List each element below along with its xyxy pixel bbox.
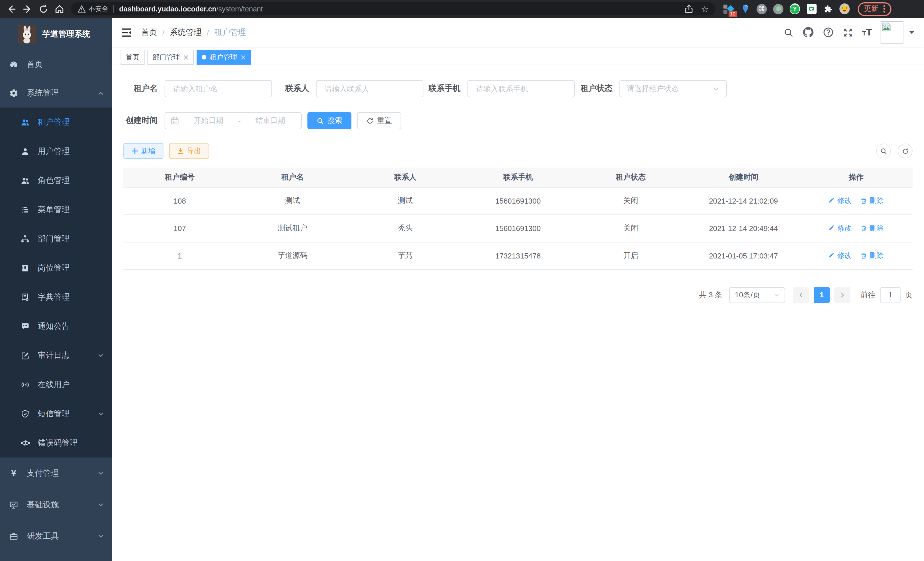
- back-icon[interactable]: [4, 2, 18, 16]
- breadcrumb: 首页 / 系统管理 / 租户管理: [141, 27, 246, 38]
- sidebar-item-error-code[interactable]: </> 错误码管理: [0, 428, 112, 457]
- sidebar-item-menu[interactable]: 菜单管理: [0, 195, 112, 224]
- avatar-caret-icon[interactable]: [909, 30, 915, 35]
- sidebar-item-label: 部门管理: [38, 234, 70, 244]
- audit-edit-icon: [21, 351, 30, 360]
- bookmark-star-icon[interactable]: ☆: [701, 5, 709, 13]
- tab-home[interactable]: 首页: [121, 50, 145, 65]
- page-size-select[interactable]: 10条/页: [729, 287, 785, 303]
- close-icon[interactable]: [183, 55, 189, 60]
- sidebar-item-post[interactable]: 岗位管理: [0, 253, 112, 283]
- breadcrumb-system[interactable]: 系统管理: [170, 27, 202, 38]
- delete-link[interactable]: 删除: [861, 251, 884, 260]
- browser-toolbar: 不安全 dashboard.yudao.iocoder.cn/system/te…: [0, 0, 924, 18]
- delete-link[interactable]: 删除: [861, 196, 884, 206]
- extension-tabs-icon[interactable]: 10: [723, 4, 734, 14]
- sidebar-item-label: 在线用户: [38, 379, 70, 390]
- extension-recorder-icon[interactable]: [773, 4, 783, 14]
- fullscreen-icon[interactable]: [843, 27, 853, 38]
- mobile-input[interactable]: [475, 84, 567, 93]
- sidebar-item-tenant[interactable]: 租户管理: [0, 108, 112, 137]
- sidebar-item-audit-log[interactable]: 审计日志: [0, 341, 112, 370]
- url-path[interactable]: /system/tenant: [216, 5, 263, 13]
- sidebar-item-home[interactable]: 首页: [0, 50, 112, 79]
- extension-chat-icon[interactable]: [806, 4, 817, 14]
- security-warning-label[interactable]: 不安全: [88, 5, 108, 13]
- browser-update-button[interactable]: 更新: [858, 2, 891, 16]
- sidebar-item-user[interactable]: 用户管理: [0, 137, 112, 166]
- delete-link[interactable]: 删除: [861, 223, 884, 233]
- app-logo-row[interactable]: 芋道管理系统: [0, 18, 112, 50]
- close-icon[interactable]: [241, 55, 246, 60]
- sidebar-item-label: 短信管理: [38, 409, 70, 419]
- col-mobile: 联系手机: [462, 168, 574, 187]
- date-range-picker[interactable]: 开始日期 - 结束日期: [165, 112, 302, 129]
- share-icon[interactable]: [684, 5, 693, 13]
- sidebar-item-label: 首页: [27, 59, 43, 70]
- contact-input[interactable]: [323, 84, 416, 93]
- prev-page-button[interactable]: [793, 287, 809, 303]
- address-bar[interactable]: 不安全 dashboard.yudao.iocoder.cn/system/te…: [71, 2, 716, 15]
- breadcrumb-home[interactable]: 首页: [141, 27, 157, 38]
- export-button[interactable]: 导出: [169, 143, 209, 159]
- chevron-down-icon: [713, 86, 719, 92]
- forward-icon[interactable]: [21, 2, 34, 16]
- status-select[interactable]: 请选择租户状态: [620, 80, 727, 97]
- sidebar-item-infra[interactable]: 基础设施: [0, 489, 112, 520]
- sidebar-item-system[interactable]: 系统管理: [0, 79, 112, 108]
- sidebar-item-online-users[interactable]: 在线用户: [0, 370, 112, 399]
- reload-icon[interactable]: [37, 2, 50, 16]
- table-header-row: 租户编号 租户名 联系人 联系手机 租户状态 创建时间 操作: [123, 168, 913, 187]
- goto-label: 前往: [861, 290, 875, 300]
- user-avatar[interactable]: [880, 21, 903, 44]
- created-time-label: 创建时间: [123, 116, 165, 126]
- tenant-name-input[interactable]: [172, 84, 265, 93]
- sidebar-groups: ¥ 支付管理 基础设施: [0, 457, 112, 552]
- notice-bubble-icon: [21, 322, 30, 331]
- add-button[interactable]: 新增: [123, 143, 164, 159]
- sidebar-item-payment[interactable]: ¥ 支付管理: [0, 457, 112, 489]
- gear-icon: [9, 89, 18, 98]
- sidebar-item-label: 岗位管理: [38, 263, 70, 273]
- sidebar: 芋道管理系统 首页 系统管理: [0, 18, 112, 561]
- sidebar-item-role[interactable]: 角色管理: [0, 166, 112, 195]
- extensions-puzzle-icon[interactable]: [823, 4, 833, 14]
- sidebar-item-notice[interactable]: 通知公告: [0, 312, 112, 341]
- extension-command-icon[interactable]: ⌘: [757, 4, 767, 14]
- profile-avatar-icon[interactable]: [839, 4, 850, 14]
- edit-link[interactable]: 修改: [829, 196, 852, 206]
- sidebar-item-label: 角色管理: [38, 175, 70, 186]
- sidebar-item-dept[interactable]: 部门管理: [0, 224, 112, 253]
- search-button[interactable]: 搜索: [308, 112, 351, 129]
- security-warning-icon[interactable]: [78, 5, 86, 13]
- page-number-button[interactable]: 1: [814, 287, 830, 303]
- tab-dept[interactable]: 部门管理: [147, 50, 194, 65]
- next-page-button[interactable]: [834, 287, 850, 303]
- url-host[interactable]: dashboard.yudao.iocoder.cn: [119, 5, 216, 13]
- browser-menu-icon[interactable]: [884, 5, 885, 13]
- tab-tenant[interactable]: 租户管理: [196, 50, 251, 65]
- extension-yuque-icon[interactable]: Y: [790, 4, 800, 14]
- sidebar-collapse-icon[interactable]: [121, 28, 131, 37]
- sidebar-item-label: 菜单管理: [38, 205, 70, 215]
- extension-pin-icon[interactable]: [740, 4, 750, 14]
- home-icon[interactable]: [52, 2, 66, 16]
- reset-button[interactable]: 重置: [357, 112, 401, 129]
- edit-link[interactable]: 修改: [829, 223, 852, 233]
- monitor-icon: [9, 500, 18, 509]
- github-icon[interactable]: [803, 27, 814, 38]
- edit-link[interactable]: 修改: [829, 251, 852, 260]
- refresh-button[interactable]: [898, 144, 913, 158]
- org-chart-icon: [21, 234, 30, 243]
- sidebar-item-dict[interactable]: 字典管理: [0, 283, 112, 312]
- goto-page-input[interactable]: [880, 287, 901, 303]
- sidebar-item-sms[interactable]: 短信管理: [0, 399, 112, 428]
- pagination-total: 共 3 条: [699, 290, 722, 300]
- update-label: 更新: [864, 4, 878, 14]
- help-icon[interactable]: [823, 27, 834, 38]
- col-status: 租户状态: [574, 168, 687, 187]
- font-size-icon[interactable]: TT: [862, 27, 872, 38]
- header-search-icon[interactable]: [783, 27, 794, 38]
- show-search-toggle-button[interactable]: [876, 144, 891, 158]
- sidebar-item-dev-tools[interactable]: 研发工具: [0, 520, 112, 552]
